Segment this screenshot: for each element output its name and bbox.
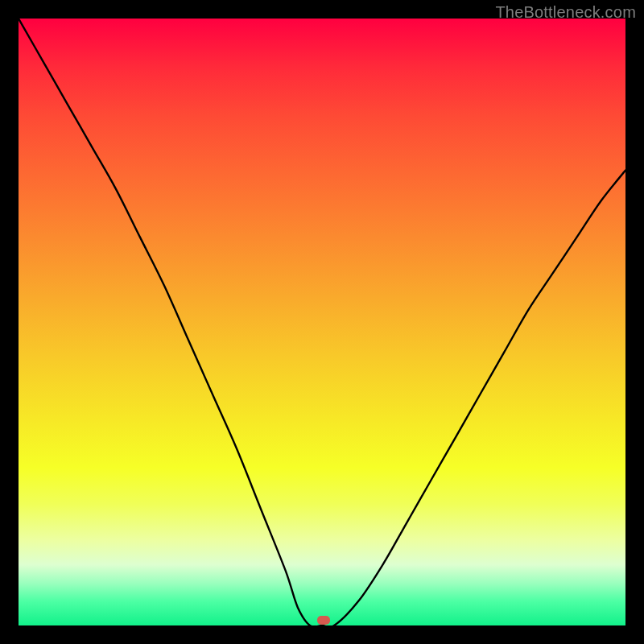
- chart-frame: TheBottleneck.com: [0, 0, 644, 644]
- watermark-text: TheBottleneck.com: [495, 3, 636, 22]
- curve-path: [19, 19, 625, 625]
- bottleneck-curve: [19, 19, 625, 625]
- minimum-marker: [317, 616, 330, 625]
- plot-area: [19, 19, 625, 625]
